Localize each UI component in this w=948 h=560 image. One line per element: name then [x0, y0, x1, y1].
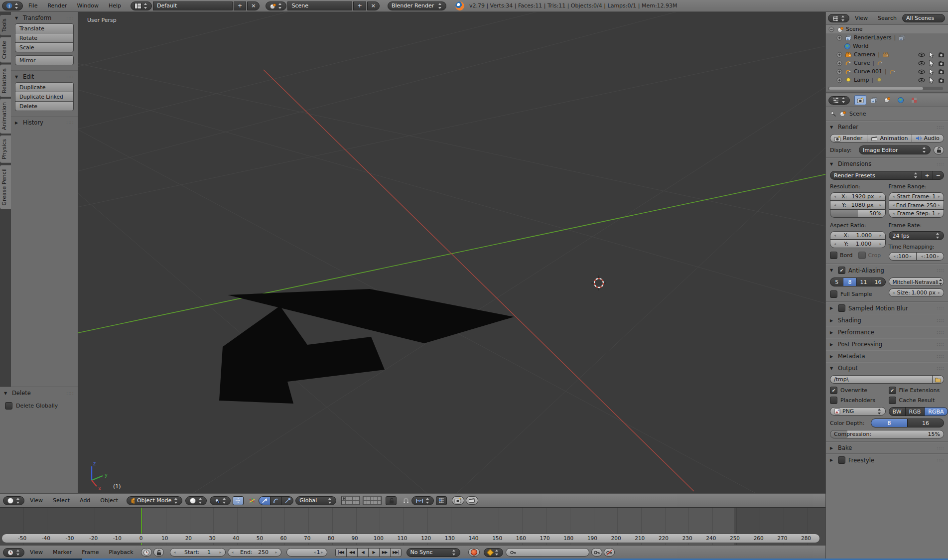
aa-samples-8-button[interactable]: 8: [843, 278, 856, 286]
browse-scene-icon-button[interactable]: [266, 1, 286, 10]
channels-rgb-button[interactable]: RGB: [905, 407, 925, 416]
panel-drag-handle-icon[interactable]: [66, 15, 74, 21]
aa-samples-16-button[interactable]: 16: [871, 278, 886, 286]
layers-grid-2[interactable]: [363, 496, 382, 505]
render-engine-selector[interactable]: Blender Render: [388, 1, 446, 10]
restrict-render-camera-icon[interactable]: [938, 77, 945, 84]
panel-header-history[interactable]: History: [11, 117, 78, 128]
panel-drag-handle-icon[interactable]: [937, 366, 944, 371]
menu-view[interactable]: View: [25, 497, 47, 504]
scale-manipulator-button[interactable]: [281, 496, 293, 505]
screen-layout-icon-button[interactable]: [131, 1, 152, 10]
expand-plus-icon[interactable]: [836, 51, 843, 58]
layer-cell[interactable]: [364, 497, 367, 500]
outliner-editor-type-selector[interactable]: [828, 14, 849, 22]
panel-header-anti-aliasing[interactable]: Anti-Aliasing: [826, 264, 948, 276]
mirror-button[interactable]: Mirror: [15, 55, 74, 65]
outliner-row-lamp[interactable]: Lamp |: [826, 76, 948, 84]
aspect-x-field[interactable]: X:1.000: [830, 231, 886, 240]
close-scene-button[interactable]: ×: [367, 1, 380, 10]
render-animation-button[interactable]: Animation: [867, 134, 912, 142]
collapse-minus-icon[interactable]: [828, 26, 835, 33]
active-keying-set-field[interactable]: [506, 548, 589, 557]
expand-plus-icon[interactable]: [836, 77, 843, 84]
file-extensions-checkbox[interactable]: [889, 387, 896, 394]
opengl-render-image-button[interactable]: [452, 496, 464, 505]
panel-drag-handle-icon[interactable]: [66, 120, 74, 126]
panel-header-freestyle[interactable]: Freestyle: [826, 454, 948, 466]
jump-to-start-button[interactable]: |◀◀: [335, 548, 347, 557]
aa-samples-5-button[interactable]: 5: [830, 278, 843, 286]
expand-plus-icon[interactable]: [836, 68, 843, 75]
duplicate-linked-button[interactable]: Duplicate Linked: [15, 92, 74, 102]
play-button[interactable]: ▶: [368, 548, 380, 557]
tab-physics[interactable]: Physics: [0, 136, 11, 163]
restrict-render-camera-icon[interactable]: [938, 51, 945, 58]
menu-render[interactable]: Render: [43, 2, 71, 9]
placeholders-checkbox[interactable]: [830, 397, 837, 404]
menu-file[interactable]: File: [24, 2, 42, 9]
layer-cell[interactable]: [349, 501, 352, 504]
add-preset-button[interactable]: +: [922, 171, 933, 180]
tab-tools[interactable]: Tools: [0, 15, 11, 35]
outliner-row-world[interactable]: World: [826, 42, 948, 50]
restrict-view-eye-icon[interactable]: [918, 77, 925, 84]
frame-step-field[interactable]: Frame Step:1: [889, 209, 945, 218]
panel-header-dimensions[interactable]: Dimensions: [826, 158, 948, 169]
outliner-row-renderlayers[interactable]: RenderLayers |: [826, 33, 948, 42]
pivot-point-selector[interactable]: [210, 496, 231, 505]
transform-orientation-selector[interactable]: Global: [295, 496, 336, 505]
scale-button[interactable]: Scale: [15, 42, 74, 52]
tab-world-properties[interactable]: [895, 95, 907, 105]
layer-cell[interactable]: [349, 497, 352, 500]
menu-object[interactable]: Object: [96, 497, 123, 504]
lock-time-button[interactable]: [153, 548, 164, 557]
layers-grid-1[interactable]: [341, 496, 360, 505]
aspect-y-field[interactable]: Y:1.000: [830, 240, 886, 248]
anti-aliasing-checkbox[interactable]: [838, 267, 845, 274]
browse-folder-button[interactable]: [932, 375, 944, 384]
viewport-shading-selector[interactable]: [185, 496, 207, 505]
timeline-ruler[interactable]: -50-40-30-20-100102030405060708090100110…: [1, 534, 820, 543]
restrict-view-eye-icon[interactable]: [918, 51, 925, 58]
add-scene-button[interactable]: +: [353, 1, 366, 10]
scene-name-field[interactable]: Scene: [287, 1, 352, 10]
panel-drag-handle-icon[interactable]: [937, 161, 944, 167]
menu-view-outliner[interactable]: View: [850, 15, 872, 21]
delete-button[interactable]: Delete: [15, 101, 74, 111]
border-checkbox[interactable]: [830, 252, 837, 259]
delete-globally-checkbox[interactable]: [5, 402, 12, 410]
layer-cell[interactable]: [342, 497, 345, 500]
compression-slider[interactable]: Compression: 15%: [830, 430, 944, 438]
start-frame-field[interactable]: Start:1: [170, 548, 226, 557]
panel-drag-handle-icon[interactable]: [937, 305, 944, 311]
3d-cursor[interactable]: [591, 276, 606, 290]
display-lock-button[interactable]: [934, 146, 944, 154]
editor-type-selector[interactable]: [3, 496, 24, 505]
panel-drag-handle-icon[interactable]: [66, 74, 74, 80]
panel-header-bake[interactable]: Bake: [826, 442, 948, 453]
rotate-button[interactable]: Rotate: [15, 33, 74, 43]
snap-magnet-button[interactable]: [402, 497, 410, 505]
manipulator-toggle-button[interactable]: [233, 496, 244, 505]
close-layout-button[interactable]: ×: [247, 1, 260, 10]
delete-keyframe-button[interactable]: [604, 548, 615, 557]
crop-checkbox[interactable]: [858, 252, 866, 259]
layer-cell[interactable]: [378, 497, 381, 500]
layer-cell[interactable]: [346, 497, 349, 500]
snap-element-selector[interactable]: [411, 496, 434, 505]
layer-cell[interactable]: [374, 497, 377, 500]
layer-cell[interactable]: [356, 497, 359, 500]
menu-frame[interactable]: Frame: [77, 549, 103, 556]
tab-render-properties[interactable]: [854, 95, 866, 105]
overwrite-checkbox[interactable]: [830, 387, 837, 394]
screen-layout-name[interactable]: Default: [153, 1, 233, 10]
render-audio-button[interactable]: Audio: [912, 134, 945, 142]
outliner-filter-selector[interactable]: All Scenes: [902, 14, 945, 22]
end-frame-field[interactable]: End Frame:250: [889, 201, 945, 209]
play-reverse-button[interactable]: ◀: [357, 548, 369, 557]
snap-target-button[interactable]: [436, 496, 447, 505]
layer-cell[interactable]: [378, 501, 381, 504]
panel-header-post-processing[interactable]: Post Processing: [826, 338, 948, 350]
duplicate-button[interactable]: Duplicate: [15, 82, 74, 92]
